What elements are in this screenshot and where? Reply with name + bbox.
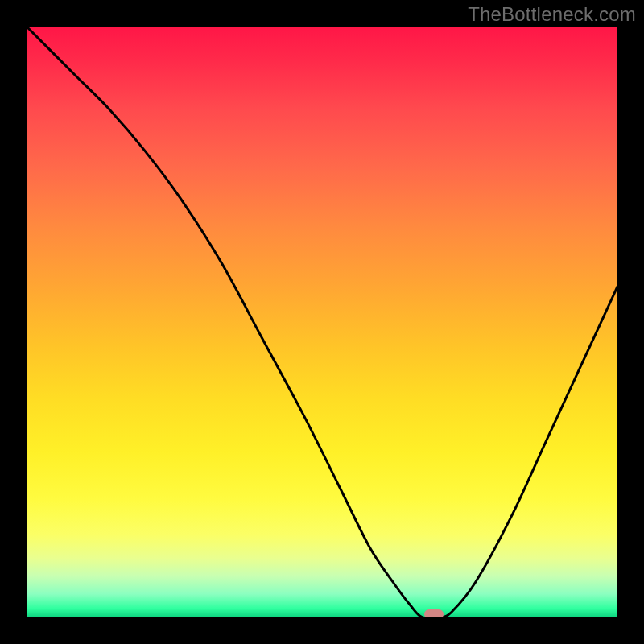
curve-svg — [27, 27, 617, 617]
selection-marker — [424, 609, 444, 617]
watermark-text: TheBottleneck.com — [468, 3, 636, 26]
plot-area — [27, 27, 617, 617]
bottleneck-curve — [27, 27, 617, 617]
chart-frame: TheBottleneck.com — [0, 0, 644, 644]
